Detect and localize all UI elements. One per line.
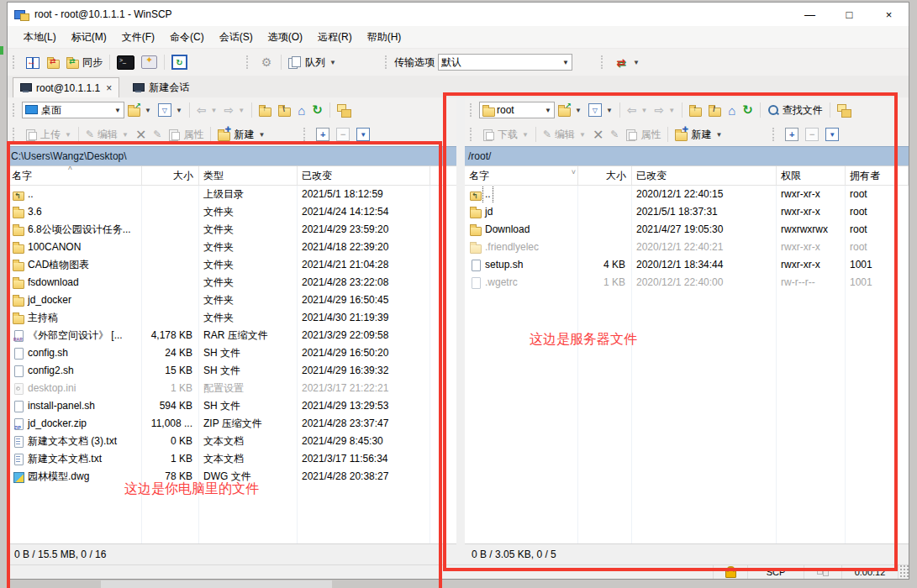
back-button[interactable]: ⇦▼ bbox=[624, 102, 651, 118]
properties-button[interactable]: 属性 bbox=[165, 126, 207, 144]
chevron-down-icon[interactable]: ▼ bbox=[557, 59, 569, 66]
forward-button[interactable]: ⇨▼ bbox=[651, 102, 679, 118]
rename-button[interactable]: ✎ bbox=[607, 127, 622, 142]
table-row[interactable]: CAD植物图表文件夹2021/4/21 21:04:28 bbox=[8, 256, 456, 274]
forward-button[interactable]: ⇨▼ bbox=[221, 102, 249, 118]
table-row[interactable]: jd_docker文件夹2021/4/29 16:50:45 bbox=[8, 291, 456, 309]
table-row[interactable]: .wgetrc1 KB2020/12/1 22:40:00rw-r--r--10… bbox=[465, 274, 909, 291]
chevron-down-icon[interactable]: ▼ bbox=[211, 107, 218, 114]
filter-button[interactable]: ▽▼ bbox=[585, 102, 616, 118]
local-path-bar[interactable]: C:\Users\Wangz\Desktop\ bbox=[8, 146, 456, 165]
refresh-button[interactable]: ↻ bbox=[308, 101, 326, 119]
table-row[interactable]: ..上级目录2021/5/1 18:12:59 bbox=[8, 186, 456, 203]
remote-path-bar[interactable]: /root/ bbox=[465, 146, 909, 165]
chevron-down-icon[interactable]: ▼ bbox=[715, 131, 722, 139]
column-header-name[interactable]: 名字 bbox=[8, 166, 142, 185]
close-button[interactable]: × bbox=[869, 3, 909, 26]
preferences-button[interactable]: ⚙ bbox=[256, 54, 277, 71]
tab-session-root[interactable]: root@10.1.1.1 bbox=[13, 77, 119, 97]
chevron-down-icon[interactable]: ▼ bbox=[65, 131, 71, 139]
table-row[interactable]: install-panel.sh594 KBSH 文件2021/4/29 13:… bbox=[8, 397, 456, 415]
table-row[interactable]: Download2021/4/27 19:05:30rwxrwxrwxroot bbox=[465, 221, 909, 239]
menu-local[interactable]: 本地(L) bbox=[16, 27, 64, 47]
status-network-segment[interactable] bbox=[804, 565, 842, 579]
filter-button[interactable]: ▽▼ bbox=[155, 102, 186, 118]
sync-browsing-button[interactable] bbox=[834, 102, 855, 118]
menu-file[interactable]: 文件(F) bbox=[114, 27, 162, 47]
table-row[interactable]: setup.sh4 KB2020/12/1 18:34:44rwxr-xr-x1… bbox=[465, 256, 909, 274]
select-filter-button[interactable]: ▼ bbox=[353, 126, 373, 143]
chevron-down-icon[interactable]: ▼ bbox=[329, 59, 336, 66]
chevron-down-icon[interactable]: ▼ bbox=[522, 131, 529, 139]
download-button[interactable]: 下载▼ bbox=[479, 126, 532, 144]
chevron-down-icon[interactable]: ▼ bbox=[540, 107, 551, 114]
find-files-button[interactable]: 查找文件 bbox=[764, 102, 826, 119]
chevron-down-icon[interactable]: ▼ bbox=[575, 107, 582, 114]
root-directory-button[interactable]: / bbox=[705, 103, 725, 118]
column-header-size[interactable]: 大小 bbox=[578, 166, 632, 185]
table-row[interactable]: 主持稿文件夹2021/4/30 21:19:39 bbox=[8, 309, 456, 327]
edit-button[interactable]: ✎编辑▼ bbox=[82, 126, 132, 144]
new-button[interactable]: ✚新建▼ bbox=[214, 126, 268, 144]
chevron-down-icon[interactable]: ▼ bbox=[238, 107, 245, 114]
root-directory-button[interactable]: \ bbox=[275, 103, 294, 118]
transfer-mode-button[interactable]: ⇄▼ bbox=[610, 54, 643, 71]
table-row[interactable]: 新建文本文档 (3).txt0 KB文本文档2021/4/29 8:45:30 bbox=[8, 433, 456, 450]
tab-new-session[interactable]: 新建会话 bbox=[126, 78, 196, 97]
chevron-down-icon[interactable]: ▼ bbox=[176, 107, 182, 114]
back-button[interactable]: ⇦▼ bbox=[193, 102, 221, 118]
table-row[interactable]: 《外部空间设计》 [...4,178 KBRAR 压缩文件2021/3/29 2… bbox=[8, 327, 456, 344]
column-header-permissions[interactable]: 权限 bbox=[777, 166, 846, 185]
select-button[interactable]: + bbox=[313, 126, 333, 143]
open-directory-button[interactable]: ↗▼ bbox=[555, 103, 585, 118]
select-filter-button[interactable]: ▼ bbox=[822, 126, 842, 143]
home-directory-button[interactable]: ⌂ bbox=[294, 102, 308, 119]
select-button[interactable]: + bbox=[782, 126, 802, 143]
open-directory-button[interactable]: ↗▼ bbox=[124, 103, 155, 118]
rename-button[interactable]: ✎ bbox=[150, 127, 165, 142]
column-header-changed[interactable]: 已改变 bbox=[298, 166, 430, 185]
table-row[interactable]: 100CANON文件夹2021/4/18 22:39:20 bbox=[8, 239, 456, 256]
table-row[interactable]: config2.sh15 KBSH 文件2021/4/29 16:39:32 bbox=[8, 362, 456, 380]
column-header-name[interactable]: 名字 bbox=[465, 166, 578, 185]
menu-options[interactable]: 选项(O) bbox=[261, 27, 310, 47]
panel-splitter[interactable] bbox=[456, 97, 465, 564]
table-row[interactable]: config.sh24 KBSH 文件2021/4/29 16:50:20 bbox=[8, 344, 456, 362]
chevron-down-icon[interactable]: ▼ bbox=[122, 131, 129, 139]
table-row[interactable]: ..2020/12/1 22:40:15rwxr-xr-xroot bbox=[465, 186, 909, 203]
new-session-button[interactable]: ↔ bbox=[22, 54, 44, 71]
refresh-session-button[interactable]: ↻ bbox=[168, 53, 191, 71]
chevron-down-icon[interactable]: ▼ bbox=[641, 107, 648, 114]
maximize-button[interactable]: □ bbox=[830, 3, 869, 26]
home-directory-button[interactable]: ⌂ bbox=[725, 102, 739, 119]
chevron-down-icon[interactable]: ▼ bbox=[579, 131, 586, 139]
table-row[interactable]: jd_docker.zip11,008 ...ZIP 压缩文件2021/4/28… bbox=[8, 415, 456, 433]
menu-remote[interactable]: 远程(R) bbox=[310, 27, 360, 47]
delete-button[interactable]: ✕ bbox=[132, 125, 150, 144]
table-row[interactable]: 新建文本文档.txt1 KB文本文档2021/3/17 11:56:34 bbox=[8, 450, 456, 468]
unselect-button[interactable]: − bbox=[333, 126, 353, 143]
close-icon[interactable] bbox=[106, 82, 112, 94]
chevron-down-icon[interactable]: ▼ bbox=[633, 59, 640, 66]
edit-button[interactable]: ✎编辑▼ bbox=[540, 126, 589, 144]
status-protocol-segment[interactable]: SCP bbox=[748, 565, 804, 579]
parent-directory-button[interactable]: ↑ bbox=[256, 103, 275, 118]
remote-drive-combo[interactable]: root ▼ bbox=[479, 102, 555, 118]
local-drive-combo[interactable]: 桌面 ▼ bbox=[22, 102, 124, 118]
resize-grip[interactable] bbox=[899, 565, 909, 579]
sync-browsing-button[interactable] bbox=[334, 102, 355, 118]
chevron-down-icon[interactable]: ▼ bbox=[258, 131, 265, 139]
unselect-button[interactable]: − bbox=[802, 126, 822, 143]
parent-directory-button[interactable]: ↑ bbox=[686, 103, 705, 118]
chevron-down-icon[interactable]: ▼ bbox=[606, 107, 613, 114]
column-header-type[interactable]: 类型 bbox=[199, 166, 298, 185]
column-header-size[interactable]: 大小 bbox=[142, 166, 199, 185]
synchronize-button[interactable]: ⇄同步 bbox=[63, 54, 106, 71]
status-lock-segment[interactable] bbox=[714, 565, 748, 579]
chevron-down-icon[interactable]: ▼ bbox=[145, 107, 151, 114]
session-generate-button[interactable]: ⇄ bbox=[44, 55, 63, 70]
properties-button[interactable]: 属性 bbox=[622, 126, 664, 144]
table-row[interactable]: 3.6文件夹2021/4/24 14:12:54 bbox=[8, 203, 456, 221]
delete-button[interactable]: ✕ bbox=[589, 125, 607, 144]
transfer-preset-combo[interactable]: 默认▼ bbox=[438, 54, 572, 71]
